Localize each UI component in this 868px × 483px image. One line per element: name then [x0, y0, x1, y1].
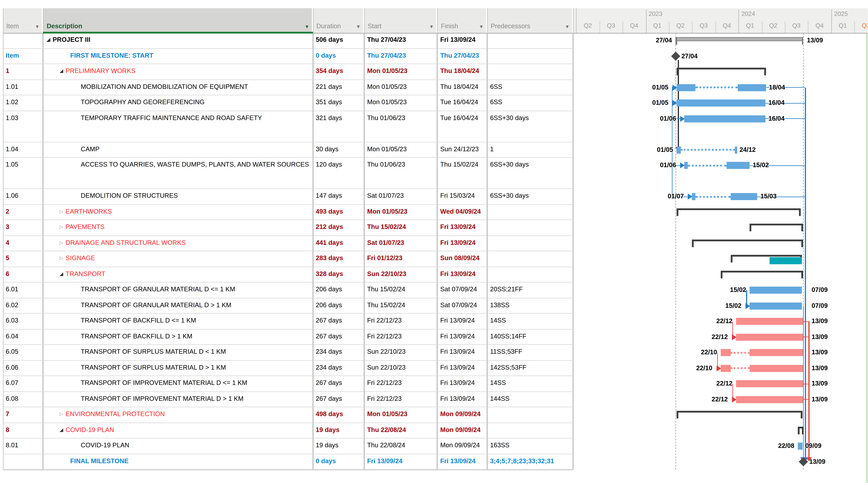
cell-start[interactable]: Sun 22/10/23: [364, 267, 437, 282]
collapse-icon[interactable]: ◢: [47, 36, 50, 43]
cell-start[interactable]: Fri 22/12/23: [364, 376, 437, 391]
cell-finish[interactable]: Fri 13/09/24: [437, 236, 487, 251]
cell-duration[interactable]: 441 days: [313, 236, 364, 251]
timescale-quarter-label[interactable]: Q3: [599, 22, 622, 29]
task-bar[interactable]: [750, 349, 803, 356]
cell-pred[interactable]: [487, 251, 573, 266]
cell-duration[interactable]: 30 days: [313, 142, 364, 157]
column-header-item[interactable]: Item ▼: [3, 8, 43, 33]
timescale-quarter-label[interactable]: Q2: [576, 22, 599, 29]
task-bar[interactable]: [798, 443, 802, 450]
cell-desc[interactable]: ▷ENVIRONMENTAL PROTECTION: [43, 407, 313, 422]
task-bar[interactable]: [684, 115, 766, 122]
cell-pred[interactable]: [487, 64, 573, 79]
timescale-quarter-label[interactable]: Q4: [808, 22, 831, 29]
cell-duration[interactable]: 267 days: [313, 329, 364, 344]
cell-finish[interactable]: Thu 18/04/24: [437, 64, 487, 79]
cell-item[interactable]: 6.01: [3, 282, 43, 298]
cell-item[interactable]: 4: [3, 236, 43, 251]
cell-pred[interactable]: 20SS;21FF: [487, 282, 573, 298]
task-bar[interactable]: [736, 396, 803, 403]
cell-finish[interactable]: Fri 13/09/24: [437, 314, 487, 329]
cell-item[interactable]: 1.03: [3, 111, 43, 142]
cell-pred[interactable]: 6SS: [487, 80, 573, 95]
cell-item[interactable]: 6.07: [3, 376, 43, 391]
cell-start[interactable]: Fri 01/12/23: [364, 251, 437, 266]
summary-bar-project[interactable]: [675, 37, 803, 41]
expand-icon[interactable]: ▷: [60, 208, 63, 215]
cell-item[interactable]: 1.02: [3, 95, 43, 111]
cell-finish[interactable]: Tue 16/04/24: [437, 95, 487, 111]
cell-start[interactable]: Sat 01/07/23: [364, 236, 437, 251]
cell-start[interactable]: Thu 01/06/23: [364, 158, 437, 188]
summary-bracket[interactable]: [750, 224, 803, 225]
timescale-quarter-label[interactable]: Q2: [669, 22, 692, 29]
cell-finish[interactable]: Fri 13/09/24: [437, 267, 487, 282]
cell-pred[interactable]: 6SS: [487, 95, 573, 111]
cell-finish[interactable]: Thu 15/02/24: [437, 158, 487, 188]
cell-item[interactable]: Item: [3, 49, 43, 64]
cell-desc[interactable]: TRANSPORT OF GRANULAR MATERIAL D > 1 KM: [43, 298, 313, 313]
column-header-finish[interactable]: Finish ▼: [437, 8, 487, 33]
collapse-icon[interactable]: ◢: [60, 67, 63, 75]
cell-duration[interactable]: 351 days: [313, 95, 364, 111]
cell-item[interactable]: 6.03: [3, 314, 43, 329]
cell-finish[interactable]: Fri 13/09/24: [437, 33, 487, 48]
cell-pred[interactable]: [487, 33, 573, 48]
cell-item[interactable]: 1.06: [3, 189, 43, 204]
cell-duration[interactable]: 328 days: [313, 267, 364, 282]
cell-desc[interactable]: DEMOLITION OF STRUCTURES: [43, 189, 313, 204]
cell-item[interactable]: 7: [3, 407, 43, 422]
cell-pred[interactable]: 144SS: [487, 392, 573, 407]
cell-pred[interactable]: [487, 205, 573, 220]
cell-pred[interactable]: [487, 267, 573, 282]
cell-finish[interactable]: Mon 09/09/24: [437, 439, 487, 454]
cell-desc[interactable]: TRANSPORT OF BACKFILL D <= 1 KM: [43, 314, 313, 329]
cell-desc[interactable]: COVID-19 PLAN: [43, 439, 313, 454]
cell-desc[interactable]: ◢TRANSPORT: [43, 267, 313, 282]
timescale-quarter-label[interactable]: Q4: [715, 22, 738, 29]
task-bar[interactable]: [684, 162, 688, 169]
cell-desc[interactable]: ◢PRELIMINARY WORKS: [43, 64, 313, 79]
cell-finish[interactable]: Fri 15/03/24: [437, 189, 487, 204]
cell-desc[interactable]: CAMP: [43, 142, 313, 157]
task-bar[interactable]: [736, 333, 803, 340]
cell-start[interactable]: Mon 01/05/23: [364, 142, 437, 157]
cell-start[interactable]: Thu 01/06/23: [364, 111, 437, 142]
column-header-predecessors[interactable]: Predecessors ▼: [487, 8, 573, 33]
cell-duration[interactable]: 283 days: [313, 251, 364, 266]
task-bar[interactable]: [677, 100, 766, 107]
cell-desc[interactable]: TRANSPORT OF BACKFILL D > 1 KM: [43, 329, 313, 344]
cell-finish[interactable]: Fri 13/09/24: [437, 345, 487, 360]
cell-start[interactable]: Fri 22/12/23: [364, 329, 437, 344]
cell-desc[interactable]: MOBILIZATION AND DEMOBILIZATION OF EQUIP…: [43, 80, 313, 95]
cell-desc[interactable]: ▷PAVEMENTS: [43, 220, 313, 235]
cell-duration[interactable]: 493 days: [313, 205, 364, 220]
cell-pred[interactable]: [487, 49, 573, 64]
cell-pred[interactable]: 140SS;14FF: [487, 329, 573, 344]
timescale-quarter-label[interactable]: Q1: [831, 22, 854, 29]
cell-start[interactable]: Sat 01/07/23: [364, 189, 437, 204]
cell-item[interactable]: 1.04: [3, 142, 43, 157]
cell-start[interactable]: Thu 27/04/23: [364, 33, 437, 48]
timescale-quarter-label[interactable]: Q1: [738, 22, 762, 29]
cell-start[interactable]: Thu 15/02/24: [364, 220, 437, 235]
cell-pred[interactable]: [487, 220, 573, 235]
task-bar[interactable]: [750, 302, 802, 309]
cell-desc[interactable]: TRANSPORT OF SURPLUS MATERIAL D < 1 KM: [43, 345, 313, 360]
cell-finish[interactable]: Thu 27/04/23: [437, 49, 487, 64]
timescale-quarter-label[interactable]: Q4: [622, 22, 646, 29]
cell-desc[interactable]: TRANSPORT OF IMPROVEMENT MATERIAL D > 1 …: [43, 392, 313, 407]
cell-pred[interactable]: 6SS+30 days: [487, 158, 573, 188]
cell-pred[interactable]: 6SS+30 days: [487, 111, 573, 142]
timescale-quarter-label[interactable]: Q3: [692, 22, 715, 29]
expand-icon[interactable]: ▷: [60, 254, 63, 262]
cell-duration[interactable]: 234 days: [313, 345, 364, 360]
cell-item[interactable]: 5: [3, 251, 43, 266]
cell-item[interactable]: 8.01: [3, 439, 43, 454]
cell-finish[interactable]: Fri 13/09/24: [437, 392, 487, 407]
cell-finish[interactable]: Sun 24/12/23: [437, 142, 487, 157]
cell-item[interactable]: 6.06: [3, 361, 43, 376]
cell-desc[interactable]: ▷EARTHWORKS: [43, 205, 313, 220]
cell-pred[interactable]: 14SS: [487, 376, 573, 391]
